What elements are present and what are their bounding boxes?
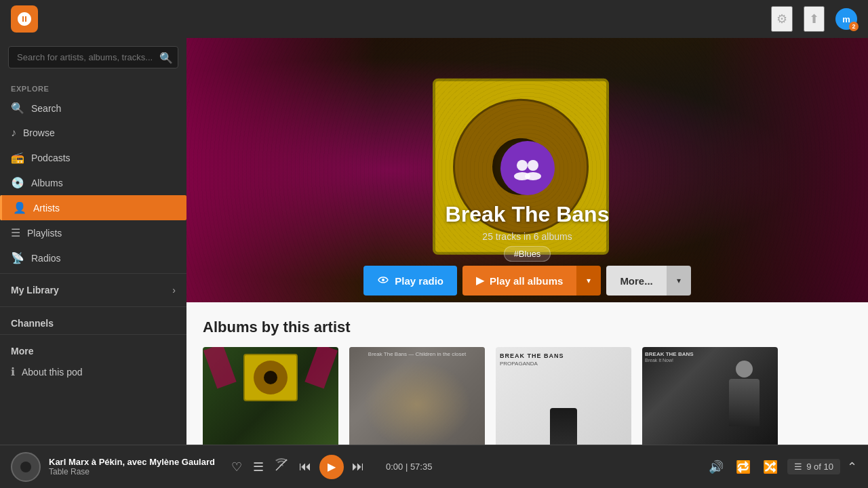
play-all-dropdown-button[interactable]: ▾ xyxy=(576,266,601,296)
albums-grid: BREAK THE BANS ▶ Break The Bans — Chil xyxy=(203,347,852,445)
no-wifi-button[interactable] xyxy=(272,455,291,478)
divider xyxy=(0,334,186,335)
chevron-down-icon-more: ▾ xyxy=(677,276,681,285)
play-all-button[interactable]: ▶ Play all albums xyxy=(462,266,576,296)
more-group: More... ▾ xyxy=(606,266,690,296)
divider xyxy=(0,273,186,274)
album-card[interactable]: BREAK THE BANS Break It Now! ▶ xyxy=(642,347,778,445)
player-thumbnail xyxy=(11,452,41,482)
playlist-icon: ☰ xyxy=(11,226,20,239)
album-card[interactable]: BREAK THE BANS PROPAGANDA ▶ xyxy=(496,347,631,445)
sidebar-item-label: Radios xyxy=(31,253,61,264)
artist-genre-tag: #Blues xyxy=(504,246,551,262)
player-info: Karl Marx à Pékin, avec Mylène Gaulard T… xyxy=(49,457,215,476)
divider xyxy=(0,306,186,307)
player-time: 0:00 | 57:35 xyxy=(386,462,432,472)
artist-avatar xyxy=(500,141,555,195)
sidebar-item-artists[interactable]: 👤 Artists xyxy=(0,195,186,220)
play-all-group: ▶ Play all albums ▾ xyxy=(462,266,601,296)
player-bar: Karl Marx à Pékin, avec Mylène Gaulard T… xyxy=(0,445,868,488)
channels-label: Channels xyxy=(0,310,186,331)
more-dropdown-button[interactable]: ▾ xyxy=(667,266,691,296)
settings-button[interactable]: ⚙ xyxy=(771,6,793,32)
player-track-subtitle: Table Rase xyxy=(49,467,215,476)
search-box: 🔍 xyxy=(8,46,178,68)
artist-hero: Break The Bans 25 tracks in 6 albums #Bl… xyxy=(186,38,868,302)
album-card[interactable]: Break The Bans — Children in the closet … xyxy=(349,347,485,445)
sidebar-item-label: Playlists xyxy=(27,228,62,239)
sidebar-item-label: Browse xyxy=(23,127,55,138)
album-thumbnail: BREAK THE BANS Break It Now! ▶ xyxy=(642,347,778,445)
play-radio-label: Play radio xyxy=(395,275,443,287)
top-bar: ⚙ ⬆ m 2 xyxy=(0,0,868,38)
podcast-icon: 📻 xyxy=(11,151,24,164)
sidebar-item-label: Podcasts xyxy=(31,152,71,163)
sidebar-item-search[interactable]: 🔍 Search xyxy=(0,96,186,121)
sidebar: 🔍 Explore 🔍 Search ♪ Browse 📻 Podcasts 💿… xyxy=(0,38,186,445)
vinyl-center xyxy=(20,462,31,472)
radio-icon: 📡 xyxy=(11,251,24,264)
svg-point-4 xyxy=(382,279,384,281)
play-all-label: Play all albums xyxy=(490,275,563,287)
main-layout: 🔍 Explore 🔍 Search ♪ Browse 📻 Podcasts 💿… xyxy=(0,38,868,445)
sidebar-item-label: Artists xyxy=(33,203,60,214)
upload-button[interactable]: ⬆ xyxy=(804,6,825,32)
prev-button[interactable]: ⏮ xyxy=(296,457,314,476)
app-logo[interactable] xyxy=(11,5,38,33)
artist-info: Break The Bans 25 tracks in 6 albums #Bl… xyxy=(186,141,868,262)
search-input[interactable] xyxy=(8,46,178,68)
player-track-title: Karl Marx à Pékin, avec Mylène Gaulard xyxy=(49,457,215,467)
expand-button[interactable]: ⌃ xyxy=(847,460,857,474)
next-button[interactable]: ⏭ xyxy=(349,457,367,476)
sidebar-item-label: Search xyxy=(31,103,61,114)
artist-name: Break The Bans xyxy=(446,202,610,227)
artist-actions: Play radio ▶ Play all albums ▾ More... xyxy=(186,266,868,296)
repeat-button[interactable]: 🔁 xyxy=(733,457,753,477)
search-icon: 🔍 xyxy=(11,102,24,115)
avatar[interactable]: m 2 xyxy=(835,8,857,30)
sidebar-item-browse[interactable]: ♪ Browse xyxy=(0,121,186,145)
queue-button[interactable]: ☰ xyxy=(250,457,267,477)
albums-section-title: Albums by this artist xyxy=(203,319,852,336)
sidebar-item-radios[interactable]: 📡 Radios xyxy=(0,245,186,270)
queue-list-icon: ☰ xyxy=(794,462,802,472)
radio-wave-icon xyxy=(377,274,389,288)
info-icon: ℹ xyxy=(11,365,15,378)
album-thumbnail: Break The Bans — Children in the closet … xyxy=(349,347,485,445)
sidebar-item-playlists[interactable]: ☰ Playlists xyxy=(0,220,186,245)
queue-info[interactable]: ☰ 9 of 10 xyxy=(787,459,840,474)
avatar-badge: 2 xyxy=(849,22,859,31)
artist-tracks-info: 25 tracks in 6 albums xyxy=(482,231,572,242)
like-button[interactable]: ♡ xyxy=(229,457,245,477)
shuffle-button[interactable]: 🔀 xyxy=(760,457,781,477)
search-icon-button[interactable]: 🔍 xyxy=(159,51,173,64)
play-icon: ▶ xyxy=(476,274,484,287)
album-thumbnail: BREAK THE BANS ▶ xyxy=(203,347,338,445)
my-library-label: My Library xyxy=(11,285,59,296)
album-card[interactable]: BREAK THE BANS ▶ xyxy=(203,347,338,445)
chevron-right-icon: › xyxy=(172,285,176,296)
sidebar-item-label: Albums xyxy=(31,178,63,188)
play-radio-button[interactable]: Play radio xyxy=(363,266,457,296)
album-thumbnail: BREAK THE BANS PROPAGANDA ▶ xyxy=(496,347,631,445)
albums-section: Albums by this artist BREAK THE BANS xyxy=(186,302,868,445)
more-section-label: More xyxy=(0,338,186,359)
music-note-icon: ♪ xyxy=(11,127,16,139)
sidebar-item-albums[interactable]: 💿 Albums xyxy=(0,170,186,195)
my-library-item[interactable]: My Library › xyxy=(0,277,186,304)
svg-point-1 xyxy=(528,160,538,171)
chevron-down-icon: ▾ xyxy=(587,276,591,285)
sidebar-item-label: About this pod xyxy=(22,367,83,378)
player-controls: ♡ ☰ ⏮ ▶ ⏭ xyxy=(229,455,367,479)
sidebar-item-about[interactable]: ℹ About this pod xyxy=(0,359,186,384)
svg-point-0 xyxy=(517,160,528,171)
content-area: Break The Bans 25 tracks in 6 albums #Bl… xyxy=(186,38,868,445)
queue-count: 9 of 10 xyxy=(806,462,833,472)
play-pause-button[interactable]: ▶ xyxy=(319,455,344,479)
disc-icon: 💿 xyxy=(11,176,24,189)
more-label: More... xyxy=(620,275,652,287)
volume-button[interactable]: 🔊 xyxy=(706,457,726,477)
player-right-controls: 🔊 🔁 🔀 ☰ 9 of 10 ⌃ xyxy=(706,457,857,477)
sidebar-item-podcasts[interactable]: 📻 Podcasts xyxy=(0,145,186,170)
more-button[interactable]: More... xyxy=(606,266,666,296)
